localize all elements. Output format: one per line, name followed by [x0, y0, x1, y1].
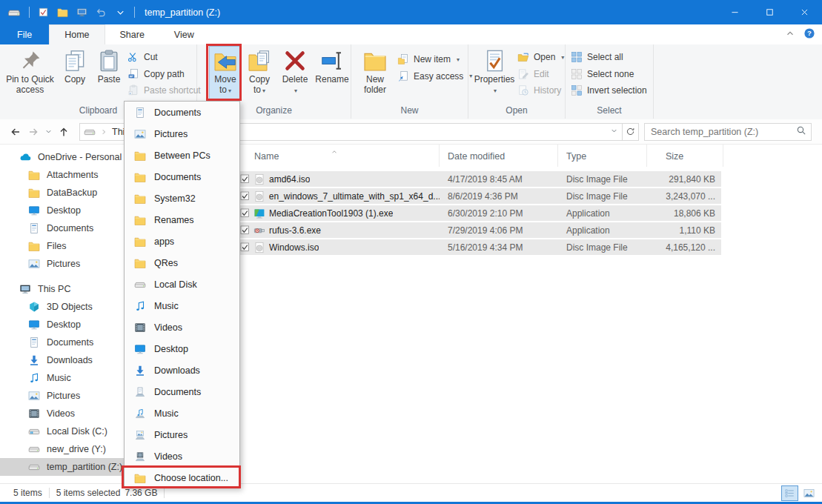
file-date: 4/17/2019 8:45 AM	[440, 174, 558, 185]
search-input[interactable]	[649, 126, 796, 138]
close-button[interactable]	[787, 0, 822, 24]
menu-item-videos[interactable]: Videos	[125, 445, 239, 467]
menu-item-desktop[interactable]: Desktop	[125, 338, 239, 359]
minimize-button[interactable]	[717, 0, 752, 24]
menu-item-between-pcs[interactable]: Between PCs	[125, 145, 239, 166]
paste-button[interactable]: Paste	[93, 47, 125, 100]
menu-item-videos[interactable]: Videos	[125, 316, 239, 338]
file-checkbox[interactable]	[240, 208, 250, 218]
move-to-icon	[213, 49, 237, 73]
tab-view[interactable]: View	[159, 24, 209, 44]
tab-home[interactable]: Home	[49, 24, 105, 44]
properties-check-icon[interactable]	[38, 7, 49, 18]
back-button[interactable]	[7, 126, 24, 138]
file-row-en-windows-7-ultimate-with-sp1-x64-d[interactable]: en_windows_7_ultimate_with_sp1_x64_d...8…	[237, 188, 721, 204]
file-checkbox[interactable]	[240, 174, 250, 184]
paste-shortcut-button[interactable]: Paste shortcut	[127, 82, 201, 99]
button-label: Paste	[98, 74, 121, 84]
file-row-amd64-iso[interactable]: amd64.iso4/17/2019 8:45 AMDisc Image Fil…	[237, 171, 721, 187]
file-checkbox[interactable]	[240, 225, 250, 235]
new-folder-button[interactable]: Newfolder	[356, 47, 394, 100]
menu-item-system32[interactable]: System32	[125, 188, 239, 209]
new-item-button[interactable]: New item▾	[397, 51, 460, 67]
properties-button[interactable]: Properties▾	[473, 47, 516, 100]
view-thumbnails-button[interactable]	[801, 485, 818, 501]
button-label: Moveto▾	[214, 74, 236, 96]
tab-file[interactable]: File	[0, 24, 49, 44]
menu-item-pictures[interactable]: Pictures	[125, 123, 239, 145]
cut-button[interactable]: Cut	[127, 49, 158, 65]
select-all-button[interactable]: Select all	[571, 49, 623, 65]
file-checkbox[interactable]	[240, 242, 250, 252]
open-button[interactable]: Open▾	[517, 49, 564, 65]
maximize-button[interactable]	[752, 0, 787, 24]
file-row-mediacreationtool1903-1-exe[interactable]: MediaCreationTool1903 (1).exe6/30/2019 2…	[237, 205, 721, 221]
win-maximize-icon	[765, 7, 775, 17]
library-pictures-icon	[134, 429, 146, 441]
chevron-up-icon	[785, 28, 795, 39]
column-header-type[interactable]: Type	[558, 145, 647, 167]
file-row-rufus-3-6-exe[interactable]: rufus-3.6.exe7/29/2019 4:06 PMApplicatio…	[237, 222, 721, 238]
menu-item-documents[interactable]: Documents	[125, 102, 239, 123]
menu-item-local-disk[interactable]: Local Disk	[125, 273, 239, 295]
menu-item-label: Pictures	[154, 129, 188, 139]
select-none-button[interactable]: Select none	[571, 66, 634, 82]
menu-item-qres[interactable]: QRes	[125, 252, 239, 273]
menu-item-apps[interactable]: apps	[125, 231, 239, 252]
help-icon: ?	[803, 27, 815, 39]
computer-icon[interactable]	[76, 7, 87, 18]
menu-item-label: Local Disk	[154, 279, 197, 290]
refresh-icon	[626, 127, 635, 136]
drive-icon	[28, 443, 40, 455]
file-date: 7/29/2019 4:06 PM	[440, 225, 558, 236]
column-header-name[interactable]: Name	[237, 145, 440, 167]
menu-item-documents[interactable]: Documents	[125, 166, 239, 188]
history-button[interactable]: History	[517, 82, 561, 99]
pin-to-quick-access-button[interactable]: Pin to Quickaccess	[3, 47, 57, 100]
menu-item-label: Choose location...	[154, 473, 228, 483]
menu-item-pictures[interactable]: Pictures	[125, 424, 239, 445]
menu-item-label: Videos	[154, 322, 182, 333]
sidebar-item-label: Files	[47, 241, 66, 251]
refresh-button[interactable]	[623, 123, 639, 141]
menu-item-music[interactable]: Music	[125, 295, 239, 316]
file-row-windows-iso[interactable]: Windows.iso5/16/2019 4:34 PMDisc Image F…	[237, 239, 721, 255]
selection-count: 5 items selected	[56, 488, 121, 498]
drive-icon	[134, 279, 146, 291]
rename-button[interactable]: Rename	[314, 47, 351, 100]
file-size: 3,243,070 ...	[647, 191, 721, 202]
recent-locations-chevron[interactable]	[42, 127, 54, 136]
app-mct-icon	[253, 208, 265, 219]
move-to-button[interactable]: Moveto▾	[210, 47, 241, 100]
new-folder-icon[interactable]	[57, 7, 68, 18]
copy-button[interactable]: Copy	[59, 47, 91, 100]
menu-item-choose-location[interactable]: Choose location...	[125, 467, 239, 488]
delete-button[interactable]: Delete▾	[278, 47, 312, 100]
customize-chevron-icon[interactable]	[115, 7, 126, 18]
edit-button[interactable]: Edit	[517, 66, 549, 82]
file-checkbox[interactable]	[240, 191, 250, 201]
undo-icon[interactable]	[96, 7, 107, 18]
copy-to-button[interactable]: Copyto▾	[242, 47, 276, 100]
invert-selection-button[interactable]: Invert selection	[571, 82, 647, 99]
new-item-icon	[397, 53, 409, 65]
videos-icon	[134, 322, 146, 334]
column-header-size[interactable]: Size	[647, 145, 723, 167]
properties-icon	[483, 49, 506, 73]
tab-share[interactable]: Share	[105, 24, 159, 44]
menu-item-renames[interactable]: Renames	[125, 209, 239, 231]
easy-access-button[interactable]: Easy access▾	[397, 68, 472, 84]
address-history-chevron[interactable]	[610, 127, 618, 137]
menu-item-documents[interactable]: Documents	[125, 381, 239, 402]
up-button[interactable]	[54, 126, 73, 138]
menu-item-downloads[interactable]: Downloads	[125, 359, 239, 381]
column-header-date-modified[interactable]: Date modified	[440, 145, 558, 167]
help-button[interactable]: ?	[803, 27, 815, 42]
copy-path-button[interactable]: Copy path	[127, 66, 185, 82]
history-icon	[517, 84, 529, 96]
menu-item-music[interactable]: Music	[125, 402, 239, 424]
file-list: amd64.iso4/17/2019 8:45 AMDisc Image Fil…	[237, 171, 721, 256]
view-details-button[interactable]	[781, 485, 798, 501]
forward-button[interactable]	[24, 126, 42, 138]
collapse-ribbon-button[interactable]	[785, 28, 795, 41]
